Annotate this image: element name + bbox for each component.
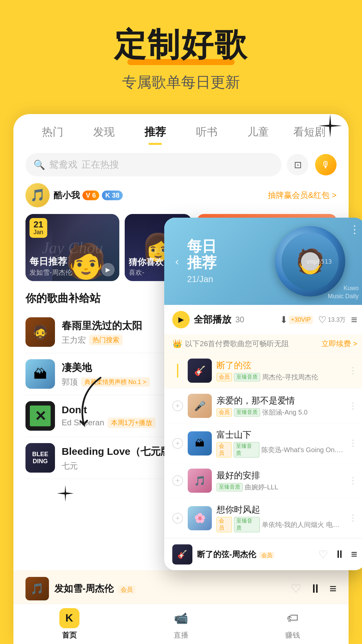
song-thumb-4: BLEEDING <box>25 443 55 473</box>
add-button-4[interactable]: + <box>172 475 183 486</box>
tab-hot[interactable]: 热门 <box>27 125 78 145</box>
overlay-song-more-2[interactable]: ⋮ <box>349 401 357 411</box>
overlay-song-meta-2: 会员 至臻音质 张韶涵-Ang 5.0 <box>217 408 344 417</box>
add-button-2[interactable]: + <box>172 400 183 411</box>
tab-discover[interactable]: 发现 <box>78 125 129 145</box>
song-tag-2: 典藏柔情男声榜 No.1 > <box>81 377 150 387</box>
now-playing-mini[interactable]: 🎵 发如雪-周杰伦 会员 ♡ ⏸ ≡ <box>13 570 349 607</box>
song-tag-1: 热门搜索 <box>89 335 123 345</box>
overlay-song-artist-2: 张韶涵-Ang 5.0 <box>262 408 308 417</box>
quality-tag-3: 至臻音质 <box>234 442 259 458</box>
hero-subtitle: 专属歌单每日更新 <box>0 72 362 92</box>
overlay-song-info-4: 最好的安排 至臻音质 曲婉婷-LLL <box>217 470 344 492</box>
vip-tag-5: 会员 <box>217 517 232 532</box>
overlay-song-more-5[interactable]: ⋮ <box>349 513 357 523</box>
overlay-song-info-1: 断了的弦 会员 至臻音质 周杰伦-寻找周杰伦 <box>217 360 344 382</box>
tab-recommend[interactable]: 推荐 <box>130 125 181 145</box>
overlay-song-meta-3: 会员 至臻音质 陈奕迅-What's Going On...... <box>217 442 344 458</box>
heart-count: 13.3万 <box>328 316 346 324</box>
play-circle: ▶ <box>172 311 190 328</box>
quality-tag-4: 至臻音质 <box>217 483 243 491</box>
banner-play-button[interactable]: ▶ <box>101 263 115 276</box>
overlay-np-controls: ♡ ⏸ ≡ <box>318 548 357 561</box>
promo-text[interactable]: 抽牌赢会员&红包 > <box>268 190 337 201</box>
song-artist-1: 王力宏 <box>62 335 86 345</box>
overlay-header: ‹ 每日 推荐 21/Jan 🧑 vmp6513 ⋮ KuwoMusic Dai… <box>164 218 362 305</box>
song-artist-2: 郭顶 <box>62 377 78 387</box>
hero-section: 定制好歌 专属歌单每日更新 <box>0 0 362 106</box>
user-row: 🎵 酷小我 V 6 K 38 抽牌赢会员&红包 > <box>13 183 349 207</box>
overlay-controls: ▶ 全部播放 30 ⬇ +30VIP ♡ 13.3万 ≡ <box>164 305 362 335</box>
search-icon: 🔍 <box>34 159 45 170</box>
overlay-np-info: 断了的弦-周杰伦 会员 <box>197 549 314 560</box>
playlist-button[interactable]: ≡ <box>329 582 337 596</box>
equalizer-icon <box>172 364 183 378</box>
overlay-more-button[interactable]: ⋮ <box>349 223 360 236</box>
overlay-song-more-4[interactable]: ⋮ <box>349 476 357 486</box>
user-name: 酷小我 <box>54 190 80 201</box>
live-icon: 📹 <box>171 608 191 628</box>
download-icon-wrap[interactable]: ⬇ +30VIP <box>280 314 313 325</box>
song-thumb-2: 🏔 <box>25 359 55 389</box>
bottom-nav: K 首页 📹 直播 🏷 赚钱 <box>13 604 349 644</box>
play-all-button[interactable]: ▶ 全部播放 30 <box>172 311 273 328</box>
search-hotword: 正在热搜 <box>81 158 119 171</box>
vip-badge: V 6 <box>82 191 99 200</box>
add-button-5[interactable]: + <box>172 513 183 524</box>
overlay-song-name-5: 想你时风起 <box>217 504 344 516</box>
quality-tag-1: 至臻音质 <box>234 373 260 381</box>
level-badge: K 38 <box>102 191 123 200</box>
banner-daily-recommend[interactable]: 🧑 Jay Chou 21 Jan 每日推荐 发如雪-周杰伦 ▶ <box>25 214 119 281</box>
vip-notice-text: 以下26首付费歌曲您可畅听无阻 <box>185 339 319 349</box>
share-icon-wrap[interactable]: ♡ 13.3万 <box>318 314 346 325</box>
overlay-heart-button[interactable]: ♡ <box>318 548 328 561</box>
overlay-song-2[interactable]: + 🎤 亲爱的，那不是爱情 会员 至臻音质 张韶涵-Ang 5.0 ⋮ <box>164 388 362 424</box>
overlay-np-badge: 会员 <box>259 552 274 558</box>
song-thumb-1: 🧔 <box>25 317 55 347</box>
overlay-song-meta-1: 会员 至臻音质 周杰伦-寻找周杰伦 <box>217 373 344 382</box>
nav-earn[interactable]: 🏷 赚钱 <box>237 608 349 640</box>
overlay-song-name-2: 亲爱的，那不是爱情 <box>217 395 344 407</box>
overlay-ctrl-icons: ⬇ +30VIP ♡ 13.3万 ≡ <box>280 314 357 326</box>
nav-live[interactable]: 📹 直播 <box>125 608 237 640</box>
overlay-date: 21/Jan <box>187 274 217 284</box>
list-ctrl-icon[interactable]: ≡ <box>351 314 357 326</box>
overlay-song-info-3: 富士山下 会员 至臻音质 陈奕迅-What's Going On...... <box>217 429 344 458</box>
pause-button[interactable]: ⏸ <box>309 582 321 596</box>
search-input-wrap[interactable]: 🔍 鸳鸯戏 正在热搜 <box>25 153 282 176</box>
tab-audiobook[interactable]: 听书 <box>181 125 232 145</box>
banner-date: 21 Jan <box>29 218 47 238</box>
overlay-song-thumb-3: 🏔 <box>188 431 212 455</box>
overlay-song-4[interactable]: + 🎵 最好的安排 至臻音质 曲婉婷-LLL ⋮ <box>164 463 362 498</box>
now-playing-title: 发如雪-周杰伦 <box>54 583 114 594</box>
overlay-song-thumb-4: 🎵 <box>188 469 212 493</box>
overlay-list-button[interactable]: ≡ <box>351 548 357 560</box>
user-badges: V 6 K 38 <box>82 191 123 200</box>
add-button-3[interactable]: + <box>172 438 183 449</box>
search-placeholder: 鸳鸯戏 <box>49 158 77 171</box>
overlay-pause-button[interactable]: ⏸ <box>334 548 345 560</box>
vip-tag-2: 会员 <box>217 408 232 417</box>
tab-kids[interactable]: 儿童 <box>232 125 284 145</box>
overlay-song-thumb-5: 🌸 <box>188 506 212 530</box>
nav-home-label: 首页 <box>62 630 77 640</box>
voice-search-button[interactable]: 🎙 <box>315 154 337 175</box>
overlay-song-3[interactable]: + 🏔 富士山下 会员 至臻音质 陈奕迅-What's Going On....… <box>164 424 362 463</box>
vip-tag-ctrl: +30VIP <box>289 316 313 324</box>
overlay-song-more-3[interactable]: ⋮ <box>349 438 357 448</box>
overlay-song-1[interactable]: 🎸 断了的弦 会员 至臻音质 周杰伦-寻找周杰伦 ⋮ <box>164 353 362 388</box>
scan-button[interactable]: ⊡ <box>287 154 308 175</box>
vip-subscribe-button[interactable]: 立即续费 > <box>321 339 357 349</box>
play-all-label: 全部播放 <box>194 313 231 326</box>
overlay-song-name-4: 最好的安排 <box>217 470 344 481</box>
now-playing-thumb: 🎵 <box>25 577 49 600</box>
now-playing-controls: ♡ ⏸ ≡ <box>291 582 337 596</box>
overlay-header-left: 每日 推荐 21/Jan <box>174 238 217 284</box>
overlay-song-5[interactable]: + 🌸 想你时风起 会员 至臻音质 单依纯-我的人间烟火 电视... ⋮ <box>164 498 362 538</box>
nav-home[interactable]: K 首页 <box>13 608 125 640</box>
overlay-song-info-2: 亲爱的，那不是爱情 会员 至臻音质 张韶涵-Ang 5.0 <box>217 395 344 417</box>
heart-button[interactable]: ♡ <box>291 582 301 596</box>
overlay-title-line2: 推荐 <box>187 255 217 271</box>
artist-watermark: Jay Chou <box>42 238 103 257</box>
overlay-song-more-1[interactable]: ⋮ <box>349 366 357 376</box>
